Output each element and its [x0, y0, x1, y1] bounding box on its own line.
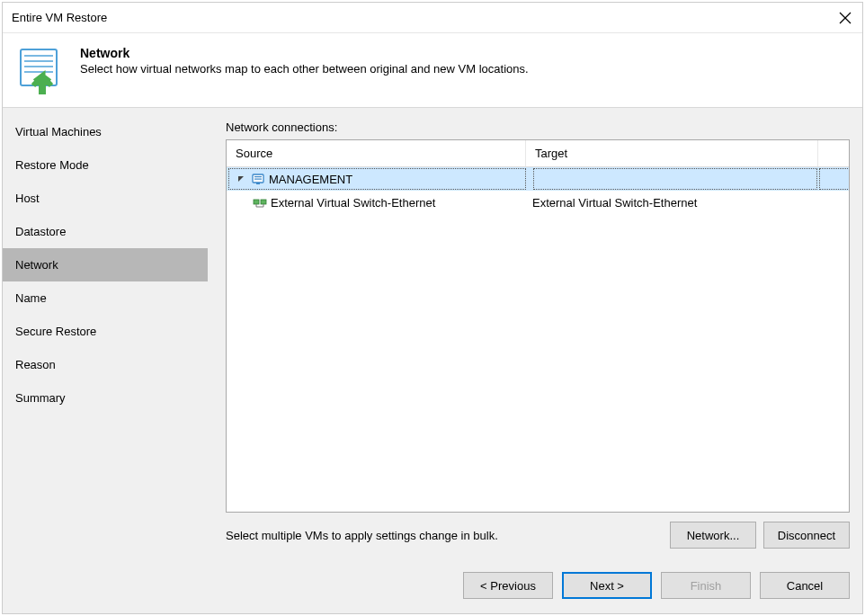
sidebar-item-reason[interactable]: Reason: [3, 348, 208, 381]
svg-rect-11: [254, 179, 262, 180]
titlebar: Entire VM Restore: [3, 3, 862, 33]
column-header-spacer: [818, 140, 849, 166]
svg-rect-12: [256, 183, 260, 184]
disconnect-button[interactable]: Disconnect: [763, 522, 850, 549]
cancel-button[interactable]: Cancel: [760, 572, 850, 599]
next-button[interactable]: Next >: [562, 572, 652, 599]
page-icon: [15, 46, 64, 94]
network-button[interactable]: Network...: [670, 522, 756, 549]
switch-icon: [253, 195, 267, 210]
sidebar-item-summary[interactable]: Summary: [3, 381, 208, 415]
svg-rect-13: [254, 200, 259, 204]
column-header-source[interactable]: Source: [227, 140, 526, 166]
sidebar-item-secure-restore[interactable]: Secure Restore: [3, 315, 208, 348]
row-target-label: External Virtual Switch-Ethernet: [532, 196, 697, 210]
wizard-window: Entire VM Restore Network Select how vir…: [2, 2, 863, 614]
sidebar-item-datastore[interactable]: Datastore: [3, 215, 208, 248]
hint-row: Select multiple VMs to apply settings ch…: [226, 522, 850, 549]
grid-row[interactable]: MANAGEMENT: [227, 167, 849, 191]
page-subtitle: Select how virtual networks map to each …: [80, 62, 529, 76]
previous-button[interactable]: < Previous: [463, 572, 553, 599]
window-title: Entire VM Restore: [12, 11, 107, 24]
finish-button: Finish: [661, 572, 751, 599]
action-buttons: Network... Disconnect: [670, 522, 850, 549]
network-grid: Source Target: [226, 139, 850, 513]
section-label: Network connections:: [226, 121, 850, 134]
wizard-sidebar: Virtual Machines Restore Mode Host Datas…: [3, 108, 208, 559]
wizard-header: Network Select how virtual networks map …: [3, 33, 862, 108]
sidebar-item-network[interactable]: Network: [3, 248, 208, 281]
wizard-body: Virtual Machines Restore Mode Host Datas…: [3, 108, 862, 559]
grid-header: Source Target: [227, 140, 849, 167]
sidebar-item-name[interactable]: Name: [3, 281, 208, 315]
wizard-footer: < Previous Next > Finish Cancel: [3, 559, 862, 613]
hint-text: Select multiple VMs to apply settings ch…: [226, 529, 498, 542]
svg-rect-10: [254, 176, 262, 177]
row-source-label: External Virtual Switch-Ethernet: [271, 196, 435, 210]
sidebar-item-host[interactable]: Host: [3, 182, 208, 215]
svg-rect-14: [261, 200, 266, 204]
grid-body: MANAGEMENT: [227, 167, 849, 512]
column-header-target[interactable]: Target: [526, 140, 818, 166]
vm-icon: [251, 172, 265, 186]
header-text: Network Select how virtual networks map …: [80, 46, 529, 94]
row-source-label: MANAGEMENT: [269, 173, 352, 186]
close-icon[interactable]: [837, 10, 853, 26]
page-title: Network: [80, 46, 529, 60]
sidebar-item-restore-mode[interactable]: Restore Mode: [3, 148, 208, 182]
expand-toggle-icon[interactable]: [235, 173, 247, 185]
sidebar-item-virtual-machines[interactable]: Virtual Machines: [3, 115, 208, 148]
grid-row[interactable]: External Virtual Switch-Ethernet Externa…: [227, 191, 849, 214]
svg-marker-8: [238, 176, 244, 182]
main-panel: Network connections: Source Target: [208, 108, 862, 559]
